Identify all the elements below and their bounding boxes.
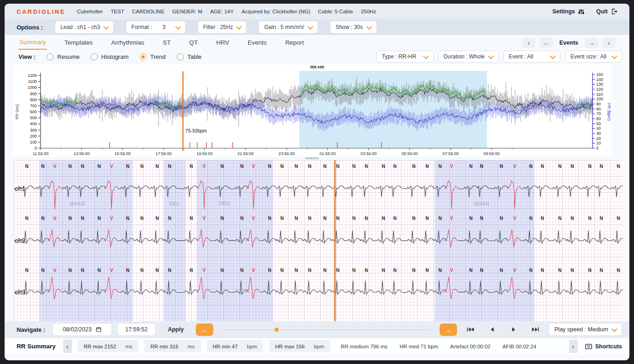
tab-report[interactable]: Report xyxy=(284,37,305,49)
beat-label-normal: N xyxy=(469,216,472,221)
tab-arrhythmias[interactable]: Arrhythmias xyxy=(110,37,145,49)
hr-med-stat: HR med 71 bpm xyxy=(399,344,438,349)
chevron-down-icon xyxy=(611,326,617,332)
svg-text:01:56:00: 01:56:00 xyxy=(319,151,335,156)
patient-age: AGE: 14Y xyxy=(210,9,234,14)
tab-hrv[interactable]: HRV xyxy=(215,37,230,49)
patient-gender: GENDER: M xyxy=(172,9,202,14)
event-first-button[interactable]: ‹ xyxy=(522,38,535,48)
radio-icon xyxy=(47,53,53,60)
format-dropdown-label: Format : xyxy=(131,24,152,30)
beat-label-normal: N xyxy=(364,268,368,273)
event-next-button[interactable]: → xyxy=(585,38,598,48)
beat-label-normal: N xyxy=(558,268,561,273)
event-size-dropdown[interactable]: Event size : All xyxy=(565,51,622,63)
beat-label-normal: N xyxy=(155,268,158,273)
timeline-slider[interactable] xyxy=(223,324,430,336)
play-button[interactable] xyxy=(505,324,522,335)
beat-label-normal: N xyxy=(155,164,158,169)
hr-max-unit: bpm xyxy=(314,344,324,349)
step-forward-button[interactable]: → xyxy=(440,324,457,336)
trend-chart[interactable]: 0100200300400500600700800900100011001200… xyxy=(13,64,612,156)
beat-label-normal: N xyxy=(168,164,171,169)
beat-label-normal: N xyxy=(558,164,561,169)
play-speed-dropdown[interactable]: Play speed : Medium xyxy=(549,323,622,336)
radio-selected-icon xyxy=(140,53,147,60)
settings-label: Settings xyxy=(552,8,575,15)
time-field[interactable]: 17:59:52 xyxy=(117,323,156,336)
gain-dropdown[interactable]: Gain : 5 mm/mV xyxy=(258,21,318,34)
skip-to-end-button[interactable] xyxy=(527,324,544,335)
view-radio-resume[interactable]: Resume xyxy=(47,53,79,60)
filter-dropdown[interactable]: Filter : 25Hz xyxy=(198,21,247,34)
format-dropdown[interactable]: Format : 3 xyxy=(126,21,186,34)
ecg-panel[interactable]: QUADDELTRI1QUADch1NNVNNNVNNNNNVNNVNNNNNN… xyxy=(14,160,623,321)
beat-label-ventricular: V xyxy=(450,216,453,221)
tab-summary[interactable]: Summary xyxy=(18,36,47,50)
summary-scroll-right-button[interactable]: › xyxy=(569,340,578,353)
beat-label-ventricular: V xyxy=(513,268,517,273)
svg-text:150: 150 xyxy=(596,72,603,77)
skip-to-start-button[interactable] xyxy=(462,324,479,335)
beat-label-normal: N xyxy=(189,164,193,169)
svg-text:20: 20 xyxy=(596,136,601,141)
summary-scroll-left-button[interactable]: ‹ xyxy=(63,340,72,353)
keyboard-icon xyxy=(585,344,592,349)
beat-label-normal: N xyxy=(352,216,355,221)
svg-text:700: 700 xyxy=(30,104,37,108)
event-dropdown[interactable]: Event : All xyxy=(503,51,560,63)
play-icon xyxy=(511,327,517,332)
chevron-down-icon xyxy=(611,53,617,59)
event-last-button[interactable]: › xyxy=(602,38,616,48)
beat-label-ventricular: V xyxy=(110,268,113,273)
apply-button[interactable]: Apply xyxy=(161,324,191,335)
rr-max-value: RR max 2152 xyxy=(84,344,116,349)
beat-label-normal: N xyxy=(364,164,368,169)
beat-label-normal: N xyxy=(529,164,532,169)
show-dropdown[interactable]: Show : 30s xyxy=(330,21,376,34)
tab-qt[interactable]: QT xyxy=(188,37,199,49)
view-radio-table[interactable]: Table xyxy=(177,53,202,60)
beat-label-normal: N xyxy=(25,268,28,273)
beat-label-normal: N xyxy=(126,164,129,169)
app-name: Cubeholter xyxy=(77,9,103,14)
beat-label-normal: N xyxy=(25,164,28,169)
date-field[interactable]: 08/02/2023 xyxy=(52,323,112,336)
view-label: View : xyxy=(18,53,35,60)
previous-icon xyxy=(489,327,495,332)
settings-button[interactable]: Settings xyxy=(552,8,584,15)
step-back-button[interactable]: ← xyxy=(196,324,213,336)
tab-st[interactable]: ST xyxy=(162,37,171,49)
event-previous-button[interactable]: ← xyxy=(540,38,553,48)
beat-label-normal: N xyxy=(97,216,100,221)
beat-label-normal: N xyxy=(294,268,298,273)
tab-templates[interactable]: Templates xyxy=(64,37,94,49)
beat-label-normal: N xyxy=(393,216,396,221)
type-dropdown[interactable]: Type : RR-HR xyxy=(376,51,434,63)
slider-handle[interactable] xyxy=(275,328,279,332)
beat-label-normal: N xyxy=(308,164,311,169)
shortcuts-button[interactable]: Shortcuts xyxy=(585,343,622,350)
beat-label-normal: N xyxy=(616,216,620,221)
beat-label-normal: N xyxy=(140,216,143,221)
beat-label-ventricular: V xyxy=(110,164,113,169)
duration-dropdown[interactable]: Duration : Whole xyxy=(438,51,499,63)
beat-label-normal: N xyxy=(599,216,603,221)
view-radio-trend[interactable]: Trend xyxy=(140,53,165,60)
svg-text:30: 30 xyxy=(596,131,601,136)
panel-divider[interactable] xyxy=(305,157,319,159)
beat-label-normal: N xyxy=(616,164,620,169)
filter-dropdown-label: Filter : 25Hz xyxy=(203,24,233,30)
beat-label-normal: N xyxy=(220,268,223,273)
rr-max-unit: ms xyxy=(125,344,132,349)
rr-min-chip: RR min 316 ms xyxy=(144,340,200,352)
view-radio-histogram[interactable]: Histogram xyxy=(91,53,129,60)
beat-label-normal: N xyxy=(68,268,71,273)
tab-events[interactable]: Events xyxy=(247,37,268,49)
skip-end-icon xyxy=(531,327,540,332)
previous-button[interactable] xyxy=(484,324,500,335)
beat-label-normal: N xyxy=(168,268,171,273)
lead-dropdown[interactable]: Lead : ch1 - ch3 xyxy=(55,21,114,34)
quit-button[interactable]: Quit xyxy=(596,8,617,15)
beat-label-normal: N xyxy=(323,216,326,221)
